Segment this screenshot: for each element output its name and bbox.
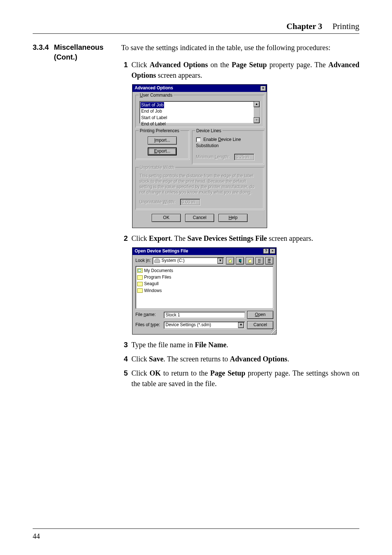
step-number: 3 [121,340,128,350]
folder-icon [137,275,143,280]
dialog-titlebar[interactable]: Advanced Options × [132,85,267,92]
desktop-button[interactable] [236,257,244,264]
svg-rect-6 [260,260,261,261]
dialog-title: Open Device Settings File [135,248,262,254]
file-list[interactable]: My Documents Program Files Seagull Windo… [135,266,273,309]
unprintable-width-group: Unprintable Width This setting controls … [135,167,264,209]
list-item[interactable]: Windows [137,288,271,294]
user-commands-list[interactable]: Start of Job End of Job Start of Label E… [139,101,260,123]
dialog-body: User Commands Start of Job End of Job St… [132,92,267,228]
dialog-titlebar[interactable]: Open Device Settings File ? × [132,248,276,255]
close-icon[interactable]: × [270,248,275,254]
svg-rect-2 [258,259,260,260]
dropdown-icon[interactable]: ▼ [238,322,244,328]
folder-icon [137,268,143,273]
dialog-title: Advanced Options [135,85,260,91]
export-button[interactable]: Export... [148,147,177,155]
new-folder-button[interactable] [246,257,254,264]
unprintable-description: This setting controls the distance from … [139,173,260,195]
body-column: To save the settings indicated in the ta… [121,42,359,393]
step-body: Click OK to return to the Page Setup pro… [131,368,359,389]
section-title: Miscellaneous (Cont.) [54,42,113,393]
user-commands-group: User Commands Start of Job End of Job St… [135,95,264,127]
svg-rect-1 [240,262,241,263]
file-name-label: File name: [135,312,162,318]
folder-icon [137,288,143,293]
ok-button[interactable]: OK [152,214,181,222]
group-label: Unprintable Width [139,165,175,171]
dropdown-icon[interactable]: ▼ [217,258,223,264]
open-button[interactable]: Open [247,311,273,319]
footer-rule [33,528,359,529]
page-header: Chapter 3 Printing [33,22,359,34]
svg-rect-5 [260,259,261,259]
enable-substitution-checkbox[interactable]: Enable Device Line Substitution [196,137,260,149]
scroll-down-icon[interactable]: ▼ [254,117,260,123]
help-icon[interactable]: ? [263,248,269,254]
svg-rect-4 [258,262,260,263]
import-button[interactable]: Import... [148,137,177,145]
minimum-length-row: Minimum Length: 0.25 in [196,154,260,160]
scrollbar[interactable]: ▲ ▼ [254,101,260,123]
step-5: 5 Click OK to return to the Page Setup p… [121,368,359,389]
look-in-value: System (C:) [162,258,184,264]
new-folder-icon [248,259,251,263]
up-folder-icon [229,259,232,263]
section-number: 3.3.4 [33,42,49,393]
file-name-input[interactable]: Stock 1 [164,312,245,318]
svg-rect-7 [260,262,261,262]
chapter-title: Printing [332,22,359,31]
list-item[interactable]: Seagull [137,281,271,287]
list-item[interactable]: My Documents [137,268,271,274]
resize-grip-icon[interactable] [271,329,276,334]
step-number: 2 [121,233,128,244]
unprintable-width-input: 0.00 in [180,199,200,205]
list-view-button[interactable] [256,257,264,264]
up-folder-button[interactable] [226,257,234,264]
svg-rect-3 [258,260,260,261]
content-columns: 3.3.4 Miscellaneous (Cont.) To save the … [33,42,359,393]
device-lines-group: Device Lines Enable Device Line Substitu… [192,130,264,164]
step-2: 2 Click Export. The Save Devices Setting… [121,233,359,244]
group-label: Device Lines [195,128,222,134]
details-view-button[interactable] [265,257,273,264]
intro-text: To save the settings indicated in the ta… [121,42,359,53]
open-file-dialog: Open Device Settings File ? × Look in: S… [132,247,277,335]
step-number: 1 [121,60,128,81]
cancel-button[interactable]: Cancel [185,214,214,222]
printing-preferences-group: Printing Preferences Import... Export... [135,130,189,159]
list-item[interactable]: End of Job [140,108,253,114]
list-item[interactable]: Start of Label [140,115,253,121]
pref-device-row: Printing Preferences Import... Export...… [135,130,264,167]
group-label: Printing Preferences [139,128,180,134]
look-in-label: Look in: [135,258,151,264]
list-item[interactable]: Program Files [137,274,271,280]
details-view-icon [268,259,271,263]
close-icon[interactable]: × [260,86,266,91]
page-number: 44 [33,532,40,540]
folder-icon [137,282,143,286]
file-type-combo[interactable]: Device Settings (*.sdm) ▼ [164,321,245,329]
file-dialog-toolbar: Look in: System (C:) ▼ [132,255,276,266]
drive-icon [154,259,160,263]
step-4: 4 Click Save. The screen returns to Adva… [121,354,359,364]
group-label: User Commands [139,92,173,98]
step-body: Type the file name in File Name. [131,340,359,350]
advanced-options-dialog: Advanced Options × User Commands Start o… [132,84,267,228]
list-item-selected[interactable]: Start of Job [140,102,164,108]
list-item[interactable]: End of Label [140,121,253,127]
checkbox-icon[interactable] [196,137,201,142]
cancel-button[interactable]: Cancel [247,321,273,329]
look-in-combo[interactable]: System (C:) ▼ [152,257,224,264]
scroll-up-icon[interactable]: ▲ [254,101,260,107]
list-items: Start of Job End of Job Start of Label E… [140,101,254,123]
list-view-icon [258,259,261,263]
step-number: 5 [121,368,128,389]
step-body: Click Export. The Save Devices Settings … [131,233,359,244]
minimum-length-input: 0.25 in [234,154,254,160]
dialog-button-row: OK Cancel Help [135,212,264,225]
unprintable-width-row: Unprintable Width: 0.00 in [139,199,260,205]
help-button[interactable]: Help [219,214,248,222]
section-heading: 3.3.4 Miscellaneous (Cont.) [33,42,113,393]
step-1: 1 Click Advanced Options on the Page Set… [121,60,359,81]
